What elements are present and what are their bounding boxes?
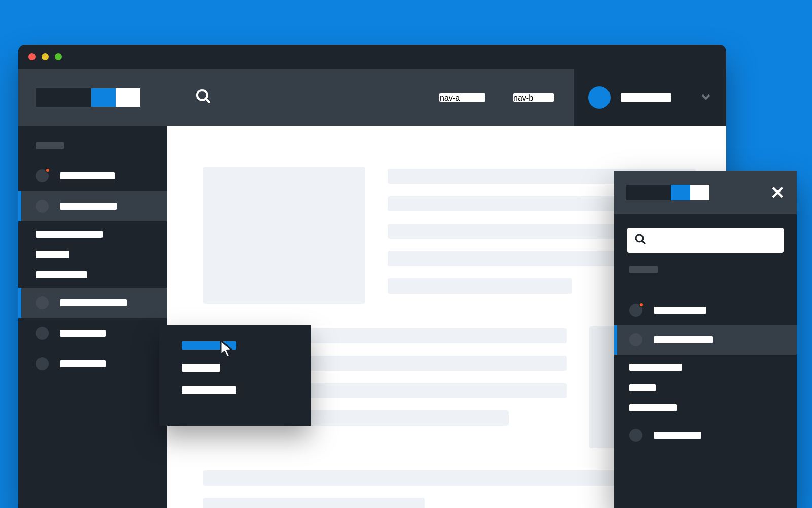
sidebar-item-label xyxy=(60,172,115,179)
panel-section-label xyxy=(629,266,658,273)
logo-segment-dark xyxy=(36,88,91,107)
panel-sublist xyxy=(614,355,797,421)
sidebar-item-label xyxy=(60,360,106,367)
panel-logo[interactable] xyxy=(626,185,709,200)
window-titlebar xyxy=(18,45,726,69)
user-name xyxy=(621,93,671,102)
nav-item-b[interactable]: nav-b xyxy=(513,93,554,102)
app-header: nav-a nav-b xyxy=(18,69,726,126)
status-dot-icon xyxy=(629,333,642,346)
avatar xyxy=(588,86,611,109)
svg-line-3 xyxy=(642,241,645,244)
sidebar-item-0[interactable] xyxy=(18,161,167,191)
panel-sub-item[interactable] xyxy=(629,404,677,411)
panel-search-input[interactable] xyxy=(627,228,784,253)
user-menu[interactable] xyxy=(574,69,726,126)
status-dot-icon xyxy=(36,296,49,309)
panel-item-label xyxy=(654,432,701,439)
search-icon xyxy=(195,88,212,107)
panel-item-label xyxy=(654,336,713,343)
logo-segment-dark xyxy=(626,185,671,200)
panel-item-2[interactable] xyxy=(614,421,797,450)
logo-segment-white xyxy=(116,88,140,107)
zoom-window-icon[interactable] xyxy=(55,53,62,60)
logo-segment-blue xyxy=(671,185,690,200)
sidebar-item-label xyxy=(60,299,127,306)
sidebar-sublist xyxy=(18,221,167,288)
sidebar-item-3[interactable] xyxy=(18,318,167,348)
context-menu-item[interactable] xyxy=(182,386,236,394)
context-menu-item[interactable] xyxy=(182,364,220,372)
cursor-icon xyxy=(218,339,239,360)
sidebar xyxy=(18,126,167,508)
panel-header: ✕ xyxy=(614,171,797,214)
header-nav: nav-a nav-b xyxy=(431,69,574,126)
sidebar-sub-item[interactable] xyxy=(36,231,103,238)
header-search[interactable] xyxy=(167,69,431,126)
status-dot-icon xyxy=(36,200,49,213)
sidebar-item-label xyxy=(60,330,106,337)
minimize-window-icon[interactable] xyxy=(42,53,49,60)
panel-item-0[interactable] xyxy=(614,296,797,325)
status-dot-icon xyxy=(629,429,642,442)
status-dot-icon xyxy=(36,327,49,340)
svg-line-1 xyxy=(206,99,210,103)
notification-badge-icon xyxy=(45,168,50,173)
logo-cell xyxy=(18,69,167,126)
sidebar-sub-item[interactable] xyxy=(36,251,69,258)
nav-item-a[interactable]: nav-a xyxy=(439,93,485,102)
sidebar-item-4[interactable] xyxy=(18,348,167,379)
notification-badge-icon xyxy=(639,302,644,307)
app-logo[interactable] xyxy=(36,88,140,107)
svg-point-2 xyxy=(636,235,643,242)
svg-point-0 xyxy=(197,90,207,100)
text-line xyxy=(203,498,425,508)
content-image-placeholder xyxy=(203,167,365,304)
secondary-panel: ✕ xyxy=(614,171,797,508)
sidebar-item-2[interactable] xyxy=(18,288,167,318)
panel-item-label xyxy=(654,307,706,314)
close-icon[interactable]: ✕ xyxy=(770,184,785,201)
status-dot-icon xyxy=(36,357,49,370)
panel-item-1[interactable] xyxy=(614,325,797,355)
sidebar-item-1[interactable] xyxy=(18,191,167,221)
sidebar-item-label xyxy=(60,203,117,210)
chevron-down-icon xyxy=(700,90,712,105)
status-dot-icon xyxy=(36,169,49,182)
sidebar-section-label xyxy=(36,142,64,149)
logo-segment-white xyxy=(690,185,709,200)
logo-segment-blue xyxy=(91,88,116,107)
panel-sub-item[interactable] xyxy=(629,384,656,391)
sidebar-sub-item[interactable] xyxy=(36,271,87,278)
close-window-icon[interactable] xyxy=(28,53,36,60)
panel-sub-item[interactable] xyxy=(629,364,682,371)
search-icon xyxy=(634,233,647,247)
text-line xyxy=(388,278,572,294)
status-dot-icon xyxy=(629,304,642,317)
